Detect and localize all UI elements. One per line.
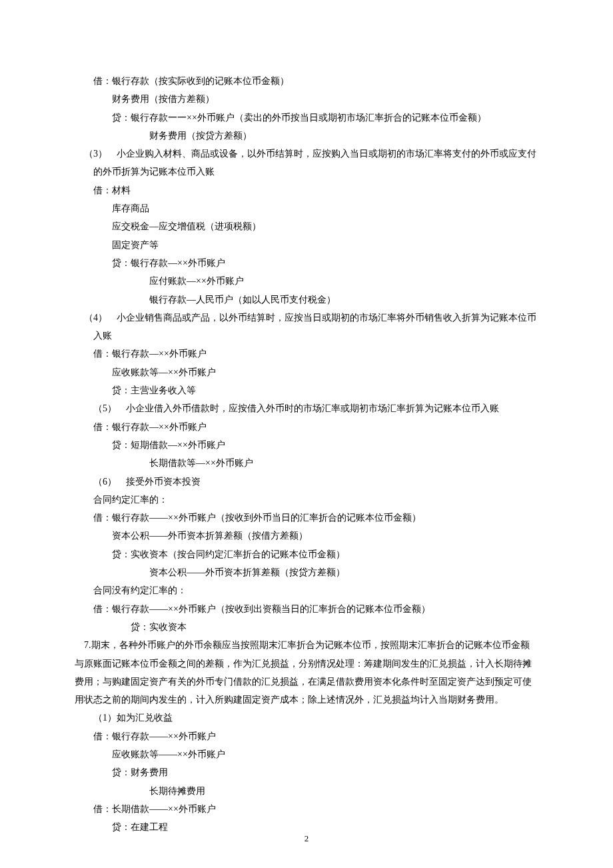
text-line: 长期待摊费用 xyxy=(75,782,538,800)
page-number: 2 xyxy=(0,830,613,847)
text-line: （5） 小企业借入外币借款时，应按借入外币时的市场汇率或期初市场汇率折算为记账本… xyxy=(75,399,538,417)
text-line: （6） 接受外币资本投资 xyxy=(75,473,538,491)
text-line: 贷：主营业务收入等 xyxy=(75,381,538,399)
text-line: 贷：实收资本（按合同约定汇率折合的记账本位币金额） xyxy=(75,545,538,563)
text-line: （1）如为汇兑收益 xyxy=(75,709,538,727)
text-line: （3） 小企业购入材料、商品或设备，以外币结算时，应按购入当日或期初的市场汇率将… xyxy=(75,145,538,181)
text-line: 借：银行存款—××外币账户 xyxy=(75,345,538,363)
text-line: 贷：财务费用 xyxy=(75,763,538,781)
text-line: 应交税金—应交增值税（进项税额） xyxy=(75,217,538,235)
text-line: 7.期末，各种外币账户的外币余额应当按照期末汇率折合为记账本位币，按照期末汇率折… xyxy=(75,636,538,709)
text-line: 借：银行存款——××外币账户 xyxy=(75,727,538,745)
text-line: 借：材料 xyxy=(75,181,538,199)
text-line: 贷：短期借款—××外币账户 xyxy=(75,436,538,454)
text-line: 借：银行存款——××外币账户（按收到外币当日的汇率折合的记账本位币金额） xyxy=(75,509,538,527)
text-line: 贷：实收资本 xyxy=(75,618,538,636)
text-line: 应收账款等——××外币账户 xyxy=(75,745,538,763)
text-line: 借：银行存款—××外币账户 xyxy=(75,418,538,436)
text-line: （4） 小企业销售商品或产品，以外币结算时，应按当日或期初的市场汇率将外币销售收… xyxy=(75,309,538,345)
text-line: 银行存款—人民币户（如以人民币支付税金） xyxy=(75,291,538,309)
text-line: 合同约定汇率的： xyxy=(75,491,538,509)
text-line: 借：银行存款——××外币账户（按收到出资额当日的汇率折合的记账本位币金额） xyxy=(75,600,538,618)
document-page: 借：银行存款（按实际收到的记账本位币金额）财务费用（按借方差额）贷：银行存款一一… xyxy=(0,0,613,868)
text-line: 应收账款等—××外币账户 xyxy=(75,363,538,381)
text-line: 财务费用（按贷方差额） xyxy=(75,127,538,145)
document-body: 借：银行存款（按实际收到的记账本位币金额）财务费用（按借方差额）贷：银行存款一一… xyxy=(75,72,538,836)
text-line: 固定资产等 xyxy=(75,236,538,254)
text-line: 长期借款等—××外币账户 xyxy=(75,454,538,472)
text-line: 借：银行存款（按实际收到的记账本位币金额） xyxy=(75,72,538,90)
text-line: 贷：银行存款一一××外币账户（卖出的外币按当日或期初市场汇率折合的记账本位币金额… xyxy=(75,109,538,127)
text-line: 库存商品 xyxy=(75,199,538,217)
text-line: 借：长期借款——××外币账户 xyxy=(75,800,538,818)
text-line: 应付账款—××外币账户 xyxy=(75,272,538,290)
text-line: 财务费用（按借方差额） xyxy=(75,90,538,108)
text-line: 合同没有约定汇率的： xyxy=(75,581,538,599)
text-line: 资本公积——外币资本折算差额（按贷方差额） xyxy=(75,563,538,581)
text-line: 贷：银行存款—××外币账户 xyxy=(75,254,538,272)
text-line: 资本公积——外币资本折算差额（按借方差额） xyxy=(75,527,538,545)
